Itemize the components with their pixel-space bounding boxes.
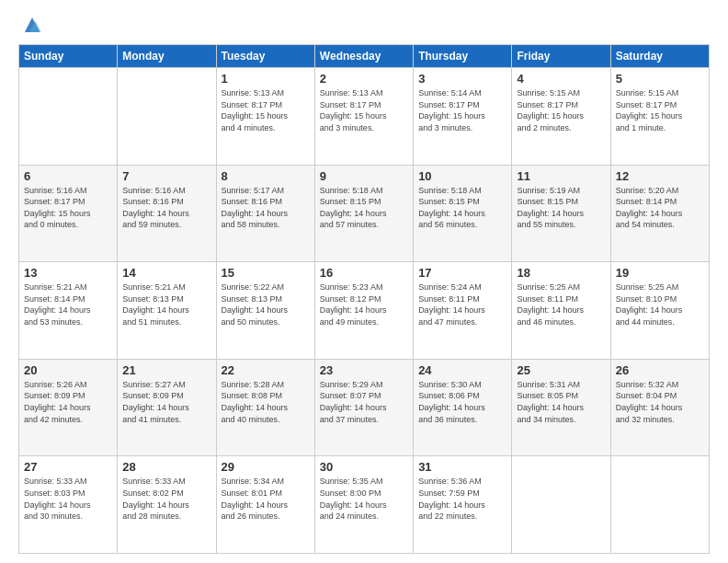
day-info: Sunrise: 5:14 AM Sunset: 8:17 PM Dayligh… xyxy=(418,87,506,133)
calendar-cell: 18Sunrise: 5:25 AM Sunset: 8:11 PM Dayli… xyxy=(512,262,610,360)
day-number: 1 xyxy=(222,72,310,86)
day-number: 30 xyxy=(320,460,408,474)
calendar-cell: 15Sunrise: 5:22 AM Sunset: 8:13 PM Dayli… xyxy=(216,262,314,360)
day-info: Sunrise: 5:13 AM Sunset: 8:17 PM Dayligh… xyxy=(320,87,408,133)
day-info: Sunrise: 5:20 AM Sunset: 8:14 PM Dayligh… xyxy=(616,185,704,231)
calendar-cell: 6Sunrise: 5:16 AM Sunset: 8:17 PM Daylig… xyxy=(19,165,118,262)
day-info: Sunrise: 5:16 AM Sunset: 8:16 PM Dayligh… xyxy=(122,185,210,231)
day-number: 15 xyxy=(222,266,310,280)
day-info: Sunrise: 5:32 AM Sunset: 8:04 PM Dayligh… xyxy=(616,379,704,425)
day-number: 29 xyxy=(222,460,310,474)
calendar-cell xyxy=(118,68,216,166)
day-info: Sunrise: 5:31 AM Sunset: 8:05 PM Dayligh… xyxy=(517,379,605,425)
day-info: Sunrise: 5:19 AM Sunset: 8:15 PM Dayligh… xyxy=(517,185,605,231)
day-number: 7 xyxy=(122,169,210,183)
calendar-cell: 3Sunrise: 5:14 AM Sunset: 8:17 PM Daylig… xyxy=(414,68,512,166)
calendar-cell xyxy=(610,456,709,554)
day-info: Sunrise: 5:23 AM Sunset: 8:12 PM Dayligh… xyxy=(320,282,408,327)
calendar-cell: 26Sunrise: 5:32 AM Sunset: 8:04 PM Dayli… xyxy=(610,359,709,456)
day-info: Sunrise: 5:18 AM Sunset: 8:15 PM Dayligh… xyxy=(418,185,506,231)
weekday-header-tuesday: Tuesday xyxy=(216,45,314,68)
calendar-cell: 13Sunrise: 5:21 AM Sunset: 8:14 PM Dayli… xyxy=(19,262,118,360)
day-number: 18 xyxy=(517,266,605,280)
logo xyxy=(18,15,42,35)
calendar-cell: 20Sunrise: 5:26 AM Sunset: 8:09 PM Dayli… xyxy=(19,359,118,456)
calendar-cell: 27Sunrise: 5:33 AM Sunset: 8:03 PM Dayli… xyxy=(19,456,118,554)
day-info: Sunrise: 5:27 AM Sunset: 8:09 PM Dayligh… xyxy=(122,379,210,425)
calendar-cell: 11Sunrise: 5:19 AM Sunset: 8:15 PM Dayli… xyxy=(512,165,610,262)
day-info: Sunrise: 5:15 AM Sunset: 8:17 PM Dayligh… xyxy=(616,87,704,133)
calendar-cell: 1Sunrise: 5:13 AM Sunset: 8:17 PM Daylig… xyxy=(216,68,314,166)
day-info: Sunrise: 5:34 AM Sunset: 8:01 PM Dayligh… xyxy=(222,476,310,522)
calendar-table: SundayMondayTuesdayWednesdayThursdayFrid… xyxy=(18,44,710,554)
calendar-cell: 17Sunrise: 5:24 AM Sunset: 8:11 PM Dayli… xyxy=(414,262,512,360)
day-number: 17 xyxy=(418,266,506,280)
day-info: Sunrise: 5:25 AM Sunset: 8:11 PM Dayligh… xyxy=(517,282,605,327)
day-number: 6 xyxy=(24,169,112,183)
day-number: 23 xyxy=(320,363,408,377)
weekday-header-thursday: Thursday xyxy=(414,45,512,68)
day-number: 20 xyxy=(24,363,112,377)
calendar-cell: 14Sunrise: 5:21 AM Sunset: 8:13 PM Dayli… xyxy=(118,262,216,360)
calendar-cell: 4Sunrise: 5:15 AM Sunset: 8:17 PM Daylig… xyxy=(512,68,610,166)
weekday-header-wednesday: Wednesday xyxy=(314,45,413,68)
day-number: 12 xyxy=(616,169,704,183)
calendar-cell: 9Sunrise: 5:18 AM Sunset: 8:15 PM Daylig… xyxy=(314,165,413,262)
calendar-cell: 2Sunrise: 5:13 AM Sunset: 8:17 PM Daylig… xyxy=(314,68,413,166)
day-number: 14 xyxy=(122,266,210,280)
calendar-week-2: 6Sunrise: 5:16 AM Sunset: 8:17 PM Daylig… xyxy=(19,165,710,262)
day-number: 21 xyxy=(122,363,210,377)
day-number: 31 xyxy=(418,460,506,474)
page: SundayMondayTuesdayWednesdayThursdayFrid… xyxy=(0,0,728,563)
day-number: 25 xyxy=(517,363,605,377)
calendar-cell: 23Sunrise: 5:29 AM Sunset: 8:07 PM Dayli… xyxy=(314,359,413,456)
day-info: Sunrise: 5:28 AM Sunset: 8:08 PM Dayligh… xyxy=(222,379,310,425)
day-info: Sunrise: 5:35 AM Sunset: 8:00 PM Dayligh… xyxy=(320,476,408,522)
calendar-cell xyxy=(512,456,610,554)
day-number: 3 xyxy=(418,72,506,86)
day-info: Sunrise: 5:29 AM Sunset: 8:07 PM Dayligh… xyxy=(320,379,408,425)
calendar-cell: 22Sunrise: 5:28 AM Sunset: 8:08 PM Dayli… xyxy=(216,359,314,456)
calendar-week-4: 20Sunrise: 5:26 AM Sunset: 8:09 PM Dayli… xyxy=(19,359,710,456)
day-number: 9 xyxy=(320,169,408,183)
day-number: 2 xyxy=(320,72,408,86)
calendar-cell: 28Sunrise: 5:33 AM Sunset: 8:02 PM Dayli… xyxy=(118,456,216,554)
weekday-header-monday: Monday xyxy=(118,45,216,68)
calendar-cell: 8Sunrise: 5:17 AM Sunset: 8:16 PM Daylig… xyxy=(216,165,314,262)
day-number: 16 xyxy=(320,266,408,280)
day-info: Sunrise: 5:15 AM Sunset: 8:17 PM Dayligh… xyxy=(517,87,605,133)
day-number: 11 xyxy=(517,169,605,183)
calendar-cell: 5Sunrise: 5:15 AM Sunset: 8:17 PM Daylig… xyxy=(610,68,709,166)
day-info: Sunrise: 5:16 AM Sunset: 8:17 PM Dayligh… xyxy=(24,185,112,231)
calendar-cell: 24Sunrise: 5:30 AM Sunset: 8:06 PM Dayli… xyxy=(414,359,512,456)
calendar-cell: 21Sunrise: 5:27 AM Sunset: 8:09 PM Dayli… xyxy=(118,359,216,456)
day-info: Sunrise: 5:33 AM Sunset: 8:02 PM Dayligh… xyxy=(122,476,210,522)
day-number: 8 xyxy=(222,169,310,183)
calendar-week-3: 13Sunrise: 5:21 AM Sunset: 8:14 PM Dayli… xyxy=(19,262,710,360)
calendar-cell: 12Sunrise: 5:20 AM Sunset: 8:14 PM Dayli… xyxy=(610,165,709,262)
day-info: Sunrise: 5:36 AM Sunset: 7:59 PM Dayligh… xyxy=(418,476,506,522)
day-info: Sunrise: 5:25 AM Sunset: 8:10 PM Dayligh… xyxy=(616,282,704,327)
day-number: 26 xyxy=(616,363,704,377)
calendar-cell: 31Sunrise: 5:36 AM Sunset: 7:59 PM Dayli… xyxy=(414,456,512,554)
day-number: 24 xyxy=(418,363,506,377)
day-info: Sunrise: 5:13 AM Sunset: 8:17 PM Dayligh… xyxy=(222,87,310,133)
day-info: Sunrise: 5:22 AM Sunset: 8:13 PM Dayligh… xyxy=(222,282,310,327)
day-number: 13 xyxy=(24,266,112,280)
day-info: Sunrise: 5:24 AM Sunset: 8:11 PM Dayligh… xyxy=(418,282,506,327)
logo-icon xyxy=(22,15,42,35)
calendar-cell: 19Sunrise: 5:25 AM Sunset: 8:10 PM Dayli… xyxy=(610,262,709,360)
header xyxy=(18,15,710,35)
day-info: Sunrise: 5:21 AM Sunset: 8:13 PM Dayligh… xyxy=(122,282,210,327)
day-info: Sunrise: 5:26 AM Sunset: 8:09 PM Dayligh… xyxy=(24,379,112,425)
day-info: Sunrise: 5:33 AM Sunset: 8:03 PM Dayligh… xyxy=(24,476,112,522)
calendar-cell: 10Sunrise: 5:18 AM Sunset: 8:15 PM Dayli… xyxy=(414,165,512,262)
day-info: Sunrise: 5:30 AM Sunset: 8:06 PM Dayligh… xyxy=(418,379,506,425)
day-number: 28 xyxy=(122,460,210,474)
weekday-header-friday: Friday xyxy=(512,45,610,68)
calendar-cell: 29Sunrise: 5:34 AM Sunset: 8:01 PM Dayli… xyxy=(216,456,314,554)
day-number: 19 xyxy=(616,266,704,280)
day-number: 4 xyxy=(517,72,605,86)
calendar-cell: 30Sunrise: 5:35 AM Sunset: 8:00 PM Dayli… xyxy=(314,456,413,554)
calendar-week-1: 1Sunrise: 5:13 AM Sunset: 8:17 PM Daylig… xyxy=(19,68,710,166)
